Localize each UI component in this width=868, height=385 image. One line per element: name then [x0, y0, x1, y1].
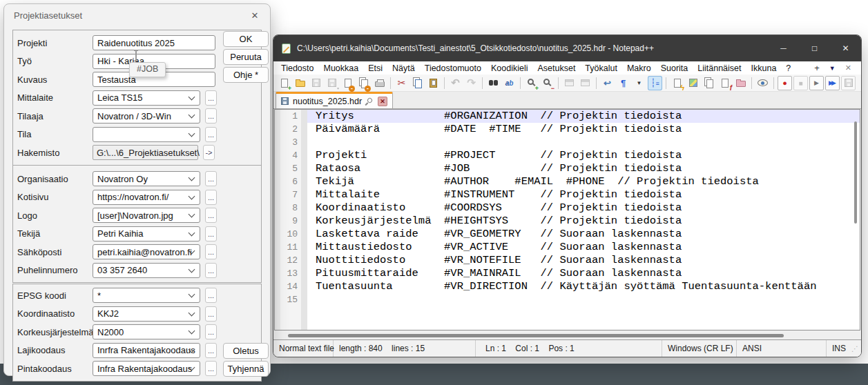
- minimize-icon[interactable]: ─: [768, 35, 799, 61]
- menu-item-liitannaiset[interactable]: Liitännäiset: [693, 63, 746, 73]
- editor-line[interactable]: 6Tekijä #AUTHOR #EMAIL #PHONE // Projekt…: [275, 175, 860, 188]
- close-document-icon[interactable]: ✕: [845, 63, 851, 72]
- print-icon[interactable]: [372, 76, 387, 90]
- koordinaatisto-combobox[interactable]: KKJ2: [93, 306, 200, 322]
- show-symbols-dropdown-icon[interactable]: ▼: [632, 76, 646, 90]
- resize-grip[interactable]: ⋰: [851, 345, 861, 353]
- menu-item-makro[interactable]: Makro: [622, 63, 656, 73]
- menu-item-koodikieli[interactable]: Koodikieli: [486, 63, 533, 73]
- status-encoding[interactable]: ANSI: [737, 340, 827, 357]
- koordinaatisto-more-button[interactable]: ...: [205, 306, 217, 322]
- cut-icon[interactable]: ✂: [394, 76, 409, 90]
- editor-line[interactable]: 1Yritys #ORGANIZATION // Projektin tiedo…: [275, 110, 860, 123]
- puhelinnumero-combobox[interactable]: 03 357 2640: [93, 263, 200, 278]
- menu-item-tiedosto[interactable]: Tiedosto: [276, 63, 318, 73]
- sync-scroll-h-icon[interactable]: [578, 76, 592, 90]
- text-editor[interactable]: 1Yritys #ORGANIZATION // Projektin tiedo…: [274, 109, 860, 330]
- editor-line[interactable]: 13Pituusmittaraide #VR_MAINRAIL // Suora…: [275, 267, 860, 280]
- kotisivu-more-button[interactable]: ...: [205, 190, 217, 205]
- new-tab-plus-icon[interactable]: +: [814, 63, 820, 73]
- mittalaite-more-button[interactable]: ...: [205, 90, 217, 106]
- zoom-out-icon[interactable]: −: [540, 76, 554, 90]
- kotisivu-combobox[interactable]: https://novatron.fi/: [93, 190, 200, 205]
- zoom-in-icon[interactable]: +: [524, 76, 539, 90]
- indent-guide-icon[interactable]: ┆≡: [648, 76, 662, 90]
- menu-item-muokkaa[interactable]: Muokkaa: [318, 63, 363, 73]
- menu-item-etsi[interactable]: Etsi: [363, 63, 387, 73]
- tilaaja-more-button[interactable]: ...: [205, 108, 217, 124]
- editor-line[interactable]: 10Laskettava raide #VR_GEOMETRY // Suora…: [275, 228, 860, 241]
- document-map-icon[interactable]: [686, 76, 700, 90]
- ok-button[interactable]: OK: [223, 31, 269, 47]
- pintakoodaus-combobox[interactable]: Infra Rakentajakoodaus: [93, 361, 200, 376]
- macro-save-icon[interactable]: [841, 76, 856, 90]
- logo-combobox[interactable]: [user]\Novatron.jpg: [93, 208, 200, 223]
- pin-tab-icon[interactable]: [367, 97, 374, 103]
- tyhjenna-button[interactable]: Tyhjennä: [223, 361, 269, 377]
- lajikoodaus-combobox[interactable]: Inrfra Rakentajakoodaus: [93, 343, 200, 358]
- show-all-characters-icon[interactable]: ¶: [616, 76, 630, 90]
- menu-item-nayta[interactable]: Näytä: [387, 63, 420, 73]
- editor-line[interactable]: 8Koordinaatisto #COORDSYS // Projektin t…: [275, 201, 860, 215]
- status-insert-mode[interactable]: INS⋰: [827, 340, 861, 357]
- save-all-icon[interactable]: ▪: [325, 76, 339, 90]
- pintakoodaus-more-button[interactable]: ...: [205, 361, 217, 376]
- horizontal-scrollbar[interactable]: [288, 334, 784, 337]
- tekija-combobox[interactable]: Petri Kaihia: [93, 226, 200, 241]
- dialog-titlebar[interactable]: Projektiasetukset ✕: [4, 4, 270, 26]
- save-icon[interactable]: [309, 76, 323, 90]
- oletus-button[interactable]: Oletus: [223, 343, 269, 359]
- close-all-icon[interactable]: -: [356, 76, 371, 90]
- new-file-icon[interactable]: +: [277, 76, 291, 90]
- editor-line[interactable]: 5Rataosa #JOB // Projektin tiedoista: [275, 162, 860, 175]
- tekija-more-button[interactable]: ...: [205, 226, 217, 241]
- editor-line[interactable]: 9Korkeusjärjestelmä #HEIGHTSYS // Projek…: [275, 215, 860, 228]
- korkeusjarjestelma-more-button[interactable]: ...: [205, 324, 217, 339]
- hakemisto-open-button[interactable]: ->: [203, 145, 215, 160]
- tilaaja-combobox[interactable]: Novatron / 3D-Win: [93, 108, 200, 124]
- macro-run-multiple-icon[interactable]: ▶▶: [825, 76, 840, 90]
- editor-line[interactable]: 11Mittaustiedosto #VR_ACTIVE // Suoraan …: [275, 241, 860, 254]
- copy-icon[interactable]: [410, 76, 425, 90]
- korkeusjarjestelma-combobox[interactable]: N2000: [93, 324, 200, 339]
- epsg-koodi-combobox[interactable]: *: [93, 288, 200, 303]
- macro-play-icon[interactable]: ▶: [809, 76, 824, 90]
- editor-line[interactable]: 12Nuottitiedosto #VR_NOTEFILE // Suoraan…: [275, 254, 860, 267]
- find-icon[interactable]: [486, 76, 501, 90]
- undo-icon[interactable]: ↶: [448, 76, 463, 90]
- menu-item-asetukset[interactable]: Asetukset: [532, 63, 580, 73]
- monitoring-icon[interactable]: [755, 76, 770, 90]
- peruuta-button[interactable]: Peruuta: [223, 49, 269, 65]
- document-switcher-icon[interactable]: [702, 76, 716, 90]
- organisaatio-more-button[interactable]: ...: [205, 171, 217, 186]
- editor-line[interactable]: 15: [275, 293, 860, 306]
- menu-item-suorita[interactable]: Suorita: [656, 63, 693, 73]
- sync-scroll-v-icon[interactable]: [562, 76, 577, 90]
- macro-stop-icon[interactable]: ■: [793, 76, 808, 90]
- close-tab-icon[interactable]: ✕: [378, 97, 387, 106]
- sahkoposti-more-button[interactable]: ...: [205, 244, 217, 259]
- status-eol-format[interactable]: Windows (CR LF): [662, 340, 737, 357]
- editor-line[interactable]: 7Mittalaite #INSTRUMENT // Projektin tie…: [275, 188, 860, 201]
- function-list-icon[interactable]: f: [717, 76, 732, 90]
- menu-item-ikkuna[interactable]: Ikkuna: [746, 63, 782, 73]
- editor-line[interactable]: 4Projekti #PROJECT // Projektin tiedoist…: [275, 149, 860, 162]
- projekti-input[interactable]: [93, 35, 215, 50]
- launch-run-icon[interactable]: ϟ: [670, 76, 684, 90]
- editor-line[interactable]: 3: [275, 136, 860, 149]
- ohje-button[interactable]: Ohje *: [223, 67, 269, 83]
- window-titlebar[interactable]: C:\Users\petri.kaihia\Documents\Testi_ai…: [273, 35, 861, 61]
- editor-line[interactable]: 2Päivämäärä #DATE #TIME // Projektin tie…: [275, 123, 860, 136]
- folder-as-workspace-icon[interactable]: [733, 76, 748, 90]
- word-wrap-icon[interactable]: ↩: [600, 76, 615, 90]
- tab-nuotitus-2025[interactable]: nuotitus_2025.hdr ✕: [276, 92, 393, 108]
- tila-combobox[interactable]: [93, 127, 200, 142]
- mittalaite-combobox[interactable]: Leica TS15: [93, 90, 200, 106]
- dialog-close-icon[interactable]: ✕: [248, 8, 262, 22]
- macro-record-icon[interactable]: ●: [778, 76, 792, 90]
- puhelinnumero-more-button[interactable]: ...: [205, 263, 217, 278]
- lajikoodaus-more-button[interactable]: ...: [205, 343, 217, 358]
- close-icon[interactable]: ✕: [830, 35, 861, 61]
- sahkoposti-combobox[interactable]: petri.kaihia@novatron.fi: [93, 244, 200, 259]
- logo-more-button[interactable]: ...: [205, 208, 217, 223]
